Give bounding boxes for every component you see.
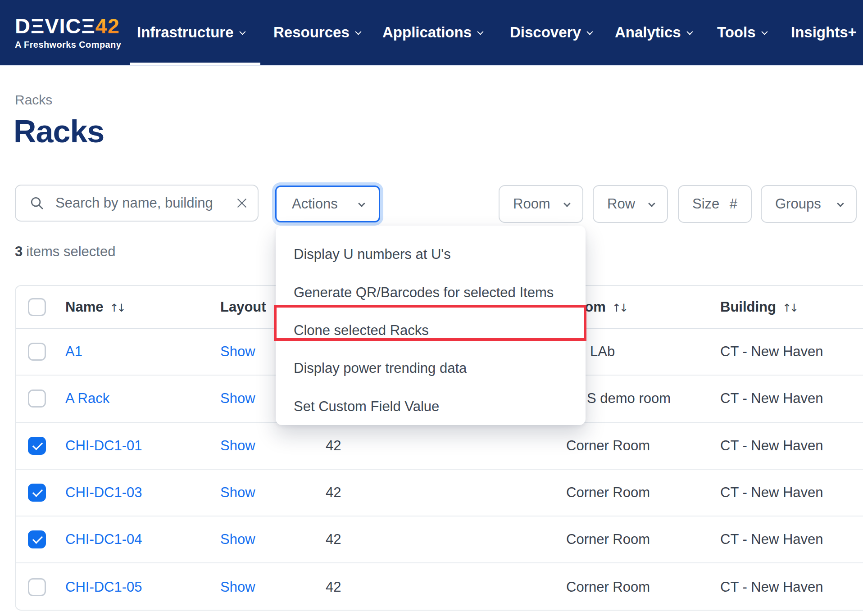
size-value: 42 [326,531,341,548]
rack-name-link[interactable]: CHI-DC1-05 [65,579,142,595]
room-value: Corner Room [566,531,650,548]
nav-item-label: Discovery [510,24,581,41]
room-value: Corner Room [566,485,650,501]
chevron-down-icon [358,200,365,207]
chevron-down-icon [686,29,693,35]
page-title: Racks [14,113,104,149]
show-layout-link[interactable]: Show [220,344,255,360]
building-value: CT - New Haven [720,438,823,454]
show-layout-link[interactable]: Show [220,485,255,501]
clear-search-icon[interactable] [235,196,249,210]
chevron-down-icon [239,29,245,35]
filter-label: Groups [775,196,821,212]
rack-name-link[interactable]: CHI-DC1-01 [65,438,142,454]
size-value: 42 [326,438,341,454]
room-value: Corner Room [566,438,650,454]
racks-page: DΞVICΞ42 A Freshworks Company Infrastruc… [0,0,863,616]
search-input-container [15,185,259,222]
row-checkbox[interactable] [28,437,46,455]
show-layout-link[interactable]: Show [220,531,255,548]
rack-name-link[interactable]: CHI-DC1-04 [65,531,142,548]
nav-item-discovery[interactable]: Discovery [510,24,591,41]
nav-item-label: Infrastructure [137,24,234,41]
menu-item-display-power-trending-data[interactable]: Display power trending data [276,349,586,387]
actions-dropdown-menu: Display U numbers at U'sGenerate QR/Barc… [276,226,586,425]
column-header-layout: Layout [220,299,266,315]
show-layout-link[interactable]: Show [220,390,255,407]
device42-logo[interactable]: DΞVICΞ42 A Freshworks Company [15,15,121,50]
nav-item-label: Applications [382,24,472,41]
nav-item-label: Analytics [615,24,681,41]
select-all-checkbox[interactable] [28,298,46,316]
device42-logo-text: DΞVICΞ42 [15,15,121,36]
selection-count-text: items selected [26,244,115,259]
nav-item-insights[interactable]: Insights+ [791,24,857,41]
nav-item-label: Resources [273,24,350,41]
row-checkbox[interactable] [28,484,46,502]
active-nav-underline [130,63,260,65]
menu-item-display-u-numbers-at-u-s[interactable]: Display U numbers at U's [276,236,586,273]
nav-item-label: Tools [717,24,756,41]
rack-name-link[interactable]: A1 [65,344,82,360]
show-layout-link[interactable]: Show [220,579,255,595]
column-header-name[interactable]: Name↑↓ [65,299,124,315]
table-row-chi-dc1-01: CHI-DC1-01Show42Corner RoomCT - New Have… [16,423,863,470]
column-header-building[interactable]: Building↑↓ [720,299,797,315]
rack-name-link[interactable]: CHI-DC1-03 [65,485,142,501]
table-row-chi-dc1-04: CHI-DC1-04Show42Corner RoomCT - New Have… [16,516,863,563]
filter-row[interactable]: Row [593,185,668,223]
chevron-down-icon [355,29,361,35]
room-value: Corner Room [566,579,650,595]
building-value: CT - New Haven [720,579,823,595]
row-checkbox[interactable] [28,578,46,596]
filter-label: Size [692,196,719,212]
row-checkbox[interactable] [28,530,46,548]
logo-42: 42 [95,14,120,38]
rack-name-link[interactable]: A Rack [65,390,109,407]
nav-item-infrastructure[interactable]: Infrastructure [137,24,244,41]
filter-size[interactable]: Size# [678,185,752,223]
breadcrumb[interactable]: Racks [15,92,52,108]
menu-item-generate-qr-barcodes-for-selected-items[interactable]: Generate QR/Barcodes for selected Items [276,273,586,311]
chevron-down-icon [837,200,844,207]
row-checkbox[interactable] [28,343,46,361]
row-checkbox[interactable] [28,390,46,408]
actions-button-label: Actions [292,196,338,212]
selection-count: 3items selected [15,244,115,260]
nav-item-analytics[interactable]: Analytics [615,24,691,41]
search-input[interactable] [55,195,235,211]
building-value: CT - New Haven [720,390,823,407]
size-value: 42 [326,485,341,501]
filter-room[interactable]: Room [499,185,583,223]
sort-icon: ↑↓ [612,302,627,314]
nav-item-applications[interactable]: Applications [382,24,482,41]
hash-icon: # [730,196,737,212]
chevron-down-icon [563,200,571,207]
table-row-chi-dc1-03: CHI-DC1-03Show42Corner RoomCT - New Have… [16,470,863,516]
building-value: CT - New Haven [720,344,823,360]
logo-brand: DΞVICΞ [15,14,95,38]
filter-label: Row [607,196,635,212]
search-icon [29,195,45,211]
building-value: CT - New Haven [720,485,823,501]
filter-groups[interactable]: Groups [761,185,857,223]
show-layout-link[interactable]: Show [220,438,255,454]
nav-item-label: Insights+ [791,24,857,41]
menu-item-set-custom-field-value[interactable]: Set Custom Field Value [276,388,586,426]
menu-item-clone-selected-racks[interactable]: Clone selected Racks [276,312,586,349]
actions-button[interactable]: Actions [275,186,380,222]
chevron-down-icon [648,200,655,207]
table-row-chi-dc1-05: CHI-DC1-05Show42Corner RoomCT - New Have… [16,563,863,610]
nav-item-tools[interactable]: Tools [717,24,766,41]
size-value: 42 [326,579,341,595]
chevron-down-icon [477,29,483,35]
chevron-down-icon [586,29,593,35]
filter-label: Room [513,196,550,212]
sort-icon: ↑↓ [109,302,124,314]
nav-item-resources[interactable]: Resources [273,24,360,41]
chevron-down-icon [761,29,768,35]
top-navbar: DΞVICΞ42 A Freshworks Company Infrastruc… [0,0,863,66]
building-value: CT - New Haven [720,531,823,548]
logo-subtitle: A Freshworks Company [15,40,121,50]
sort-icon: ↑↓ [782,302,797,314]
